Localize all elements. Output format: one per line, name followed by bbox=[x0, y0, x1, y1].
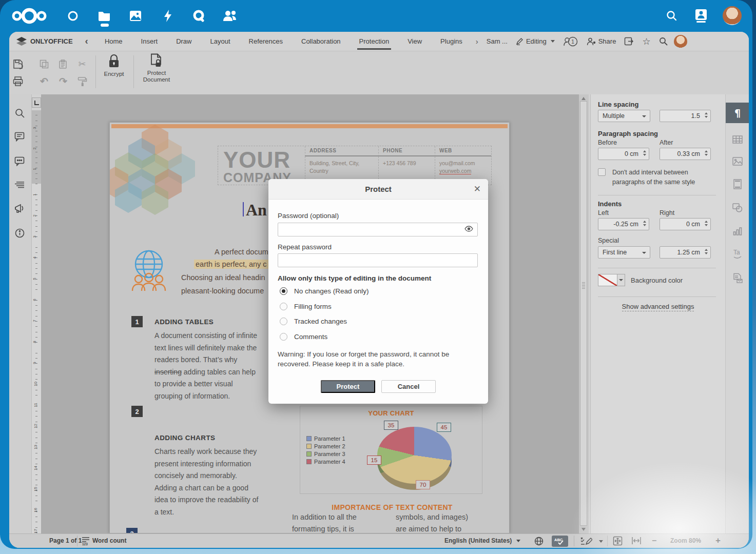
zoom-in-button[interactable]: + bbox=[715, 536, 721, 546]
menu-tab[interactable]: Protection bbox=[350, 32, 399, 51]
lock-icon bbox=[107, 53, 121, 70]
line-spacing-value-stepper[interactable]: 1.5 bbox=[660, 110, 711, 122]
back-chevron[interactable]: ‹ bbox=[85, 35, 88, 47]
language-selector[interactable]: English (United States) bbox=[444, 537, 520, 544]
comments-icon[interactable] bbox=[12, 129, 27, 144]
files-icon[interactable] bbox=[96, 8, 112, 24]
print-icon[interactable] bbox=[10, 73, 26, 89]
headers-footers-settings-tab[interactable] bbox=[728, 175, 747, 193]
scroll-down-arrow[interactable] bbox=[581, 528, 586, 531]
repeat-password-input[interactable] bbox=[278, 253, 478, 267]
copy-icon[interactable] bbox=[36, 56, 52, 72]
nextcloud-logo-icon[interactable] bbox=[11, 7, 47, 25]
dialog-header[interactable]: Protect ✕ bbox=[268, 179, 488, 200]
menu-tab[interactable]: Layout bbox=[201, 32, 239, 51]
tabs-overflow-chevron[interactable]: › bbox=[476, 37, 478, 46]
photos-icon[interactable] bbox=[127, 8, 144, 24]
open-file-location-icon[interactable] bbox=[624, 37, 634, 46]
special-dropdown[interactable]: First line bbox=[598, 246, 650, 259]
line-spacing-dropdown[interactable]: Multiple bbox=[598, 110, 650, 122]
vertical-scrollbar[interactable] bbox=[579, 94, 589, 533]
track-changes-dropdown[interactable] bbox=[599, 540, 603, 543]
menu-tab[interactable]: References bbox=[240, 32, 292, 51]
feedback-icon[interactable] bbox=[12, 201, 27, 215]
advanced-settings-link[interactable]: Show advanced settings bbox=[591, 303, 725, 310]
user-avatar[interactable] bbox=[723, 6, 742, 25]
background-color-dropdown[interactable] bbox=[617, 274, 625, 286]
text-art-settings-tab[interactable]: Ta bbox=[728, 245, 747, 263]
mail-merge-settings-tab[interactable] bbox=[728, 269, 747, 287]
shape-settings-tab[interactable] bbox=[728, 199, 747, 217]
menu-user-avatar[interactable] bbox=[674, 35, 687, 48]
table-settings-tab[interactable] bbox=[728, 130, 747, 149]
radio-option[interactable]: No changes (Read only) bbox=[280, 287, 369, 295]
contacts-menu-icon[interactable] bbox=[693, 8, 709, 24]
word-count-label[interactable]: Word count bbox=[92, 537, 126, 544]
redo-icon[interactable]: ↷ bbox=[55, 73, 71, 89]
cut-icon[interactable]: ✂ bbox=[74, 56, 90, 72]
share-button[interactable]: Share bbox=[587, 37, 616, 46]
zoom-out-button[interactable]: − bbox=[652, 536, 656, 545]
menu-tab[interactable]: Collaboration bbox=[292, 32, 350, 51]
contacts-icon[interactable] bbox=[222, 8, 238, 24]
cancel-button[interactable]: Cancel bbox=[381, 380, 436, 393]
fit-width-icon[interactable] bbox=[631, 536, 642, 545]
indent-left-stepper[interactable]: -0.25 cm bbox=[598, 218, 649, 230]
word-count-icon[interactable]: 123 bbox=[81, 536, 90, 545]
radio-icon bbox=[280, 318, 287, 325]
spellcheck-toggle[interactable]: ABC bbox=[552, 536, 568, 547]
menu-tab[interactable]: View bbox=[398, 32, 431, 51]
intro-line-highlighted: earth is perfect, any c bbox=[194, 260, 268, 268]
protect-button[interactable]: Protect bbox=[321, 380, 375, 393]
fit-page-icon[interactable] bbox=[613, 536, 623, 546]
menu-tab[interactable]: Insert bbox=[132, 32, 167, 51]
menu-tab[interactable]: Home bbox=[95, 32, 132, 51]
format-painter-icon[interactable] bbox=[74, 73, 90, 89]
interval-checkbox[interactable] bbox=[598, 168, 606, 176]
track-changes-icon[interactable] bbox=[580, 536, 592, 546]
password-input[interactable] bbox=[278, 223, 478, 236]
show-password-eye-icon[interactable] bbox=[464, 226, 473, 232]
indent-right-stepper[interactable]: 0 cm bbox=[660, 218, 711, 230]
background-color-swatch[interactable] bbox=[598, 274, 617, 286]
collaborators-count[interactable]: 1 bbox=[563, 36, 578, 47]
talk-icon[interactable] bbox=[190, 8, 207, 24]
header-search-icon[interactable] bbox=[664, 8, 680, 24]
chart-frame[interactable]: YOUR CHART Parameter 1Parameter 2Paramet… bbox=[300, 406, 482, 494]
chart-settings-tab[interactable] bbox=[728, 222, 747, 241]
tab-stop-selector[interactable] bbox=[32, 97, 41, 108]
warning-text: Warning: If you lose or forget the passw… bbox=[278, 349, 462, 369]
spellcheck-language-icon[interactable] bbox=[534, 537, 544, 546]
about-icon[interactable] bbox=[12, 226, 27, 240]
menu-tab[interactable]: Draw bbox=[167, 32, 201, 51]
paragraph-settings-tab[interactable]: ¶ bbox=[726, 103, 749, 123]
paste-icon[interactable] bbox=[55, 56, 71, 72]
menu-tab[interactable]: Plugins bbox=[431, 32, 472, 51]
menu-search-icon[interactable] bbox=[659, 37, 668, 46]
scroll-up-arrow[interactable] bbox=[581, 97, 586, 100]
spacing-before-stepper[interactable]: 0 cm bbox=[598, 148, 649, 160]
save-icon[interactable] bbox=[10, 56, 26, 72]
image-settings-tab[interactable] bbox=[728, 152, 747, 170]
chat-icon[interactable] bbox=[12, 154, 27, 168]
find-icon[interactable] bbox=[12, 106, 27, 120]
navigation-headings-icon[interactable] bbox=[12, 178, 27, 192]
spacing-after-stepper[interactable]: 0.33 cm bbox=[660, 148, 711, 160]
radio-option[interactable]: Tracked changes bbox=[280, 318, 347, 325]
dashboard-icon[interactable] bbox=[65, 8, 81, 24]
special-value-stepper[interactable]: 1.25 cm bbox=[660, 246, 711, 259]
activity-icon[interactable] bbox=[160, 8, 176, 24]
protect-document-button[interactable]: ProtectDocument bbox=[135, 53, 178, 83]
radio-option[interactable]: Comments bbox=[280, 333, 327, 341]
interval-checkbox-label: Don't add interval betweenparagraphs of … bbox=[612, 168, 695, 187]
web-link[interactable]: yourweb.com bbox=[439, 168, 471, 174]
favorite-star-icon[interactable]: ☆ bbox=[642, 36, 650, 47]
radio-option[interactable]: Filling forms bbox=[280, 303, 332, 310]
close-icon[interactable]: ✕ bbox=[474, 184, 481, 194]
menu-tabs: HomeInsertDrawLayoutReferencesCollaborat… bbox=[95, 32, 472, 51]
undo-icon[interactable]: ↶ bbox=[36, 73, 52, 89]
scrollbar-thumb[interactable] bbox=[580, 101, 587, 526]
encrypt-button[interactable]: Encrypt bbox=[98, 53, 130, 77]
editing-mode-dropdown[interactable]: Editing bbox=[516, 37, 555, 45]
vertical-ruler[interactable]: 3211234567891011121314151617 bbox=[32, 110, 41, 533]
